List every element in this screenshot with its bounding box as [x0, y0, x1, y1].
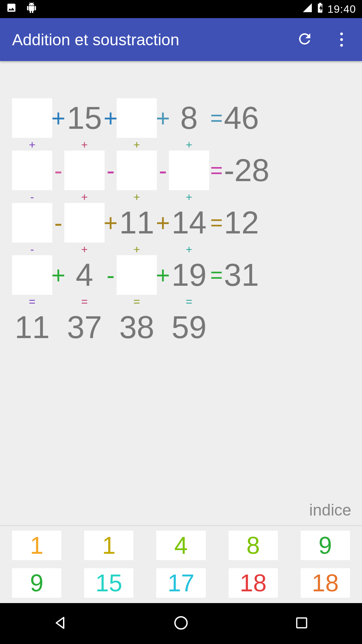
equals-sign: = — [186, 295, 192, 308]
tile[interactable]: 1 — [12, 531, 61, 560]
status-bar: 19:40 — [0, 0, 362, 18]
battery-charging-icon — [317, 2, 323, 16]
signal-icon — [302, 2, 313, 16]
op-plus: + — [186, 191, 192, 204]
puzzle-fixed-cell: 15 — [64, 100, 105, 136]
puzzle-input-cell[interactable] — [169, 151, 209, 190]
puzzle-fixed-cell: 4 — [64, 257, 105, 293]
back-button[interactable] — [23, 607, 97, 640]
column-result: 59 — [169, 309, 209, 345]
puzzle-input-cell[interactable] — [64, 203, 105, 243]
row-result: 46 — [224, 100, 276, 136]
navigation-bar — [0, 603, 362, 644]
op-plus: + — [186, 243, 192, 256]
tile[interactable]: 17 — [156, 568, 205, 598]
op-minus: - — [54, 211, 62, 235]
puzzle-fixed-cell: 11 — [117, 205, 157, 241]
tile[interactable]: 4 — [156, 531, 205, 560]
recent-apps-button[interactable] — [265, 607, 339, 640]
puzzle-fixed-cell: 14 — [169, 205, 209, 241]
op-plus: + — [104, 106, 118, 130]
equals-sign: = — [210, 263, 223, 287]
op-plus: + — [81, 191, 88, 204]
op-minus: - — [54, 158, 62, 182]
tile[interactable]: 18 — [229, 568, 278, 598]
tile[interactable]: 9 — [301, 531, 350, 560]
puzzle-input-cell[interactable] — [12, 203, 52, 243]
overflow-menu-button[interactable] — [323, 21, 360, 58]
equals-sign: = — [210, 106, 223, 130]
column-connector: - + + + — [12, 191, 350, 203]
op-plus: + — [156, 263, 170, 287]
main-content: + 15 + + 8 = 46 + + + + - - - = -28 — [0, 61, 362, 603]
circle-home-icon — [173, 615, 189, 632]
puzzle-fixed-cell: 8 — [169, 100, 209, 136]
app-bar: Addition et soustraction — [0, 18, 362, 61]
svg-rect-1 — [297, 618, 306, 628]
op-plus: + — [51, 263, 65, 287]
op-plus: + — [81, 138, 88, 151]
row-result: 31 — [224, 257, 276, 293]
tile[interactable]: 15 — [84, 568, 133, 598]
op-minus: - — [30, 243, 34, 256]
puzzle-row: + 4 - + 19 = 31 — [12, 255, 350, 295]
puzzle-row: + 15 + + 8 = 46 — [12, 98, 350, 138]
puzzle-fixed-cell: 19 — [169, 257, 209, 293]
picture-icon — [6, 2, 17, 16]
column-equals: = = = = — [12, 295, 350, 307]
more-vert-icon — [340, 33, 343, 47]
svg-point-0 — [175, 617, 187, 629]
op-plus: + — [156, 106, 170, 130]
puzzle-input-cell[interactable] — [117, 255, 157, 295]
tile-rack: 1 1 4 8 9 9 15 17 18 18 — [0, 525, 362, 603]
refresh-icon — [296, 31, 313, 49]
android-icon — [26, 2, 37, 16]
equals-sign: = — [133, 295, 140, 308]
op-plus: + — [29, 138, 36, 151]
puzzle-input-cell[interactable] — [117, 98, 157, 138]
column-results: 11 37 38 59 — [12, 307, 350, 347]
puzzle-row: - - - = -28 — [12, 150, 350, 191]
op-minus: - — [107, 263, 115, 287]
op-plus: + — [186, 138, 192, 151]
puzzle-input-cell[interactable] — [117, 151, 157, 190]
app-bar-title: Addition et soustraction — [12, 31, 286, 49]
op-plus: + — [133, 138, 140, 151]
op-plus: + — [81, 243, 88, 256]
op-minus: - — [30, 191, 34, 204]
puzzle-grid: + 15 + + 8 = 46 + + + + - - - = -28 — [0, 61, 362, 495]
op-plus: + — [104, 211, 118, 235]
equals-sign: = — [81, 295, 88, 308]
puzzle-row: - + 11 + 14 = 12 — [12, 203, 350, 243]
op-minus: - — [159, 158, 167, 182]
column-connector: - + + + — [12, 243, 350, 255]
puzzle-input-cell[interactable] — [64, 151, 105, 190]
column-result: 37 — [64, 309, 105, 345]
op-plus: + — [133, 243, 140, 256]
equals-sign: = — [210, 210, 223, 235]
op-plus: + — [156, 211, 170, 235]
equals-sign: = — [29, 295, 36, 308]
clock-text: 19:40 — [327, 3, 356, 15]
puzzle-input-cell[interactable] — [12, 151, 52, 190]
equals-sign: = — [210, 158, 223, 183]
tile[interactable]: 8 — [229, 531, 278, 560]
puzzle-input-cell[interactable] — [12, 255, 52, 295]
column-connector: + + + + — [12, 138, 350, 150]
puzzle-input-cell[interactable] — [12, 98, 52, 138]
tile[interactable]: 18 — [301, 568, 350, 598]
op-plus: + — [51, 106, 65, 130]
column-result: 11 — [12, 309, 52, 345]
square-recent-icon — [294, 615, 309, 632]
tile[interactable]: 1 — [84, 531, 133, 560]
home-button[interactable] — [144, 607, 218, 640]
column-result: 38 — [117, 309, 157, 345]
row-result: 12 — [224, 205, 276, 241]
row-result: -28 — [224, 152, 276, 189]
triangle-back-icon — [52, 615, 68, 632]
hint-button[interactable]: indice — [0, 495, 362, 525]
op-plus: + — [133, 191, 140, 204]
op-minus: - — [107, 158, 115, 182]
refresh-button[interactable] — [286, 21, 323, 58]
tile[interactable]: 9 — [12, 568, 61, 598]
